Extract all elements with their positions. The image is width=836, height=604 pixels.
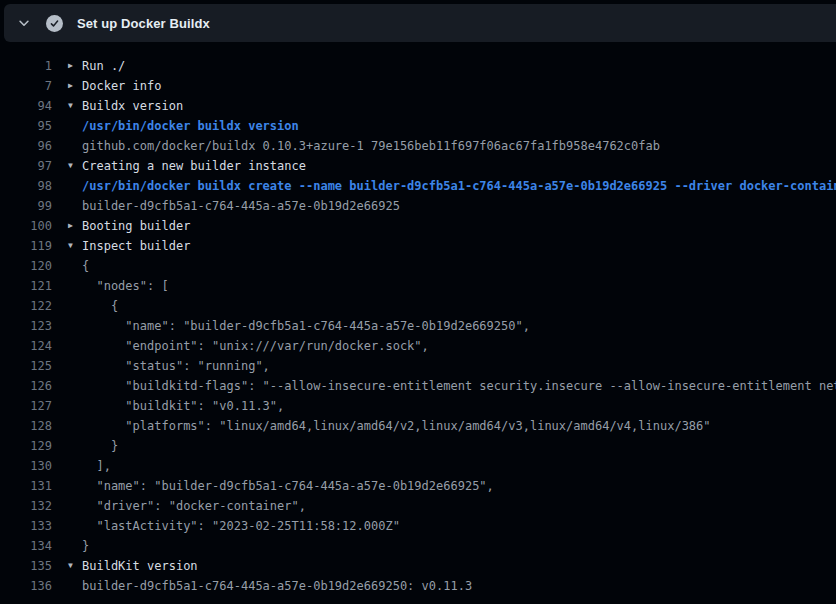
line-number[interactable]: 120 [0,256,52,276]
log-text: builder-d9cfb5a1-c764-445a-a57e-0b19d2e6… [82,576,472,596]
log-line: 121 "nodes": [ [0,276,836,296]
log-text: Buildx version [82,96,183,116]
log-line: 95 /usr/bin/docker buildx version [0,116,836,136]
log-text: "nodes": [ [82,276,169,296]
line-number[interactable]: 123 [0,316,52,336]
line-number[interactable]: 126 [0,376,52,396]
line-number[interactable]: 97 [0,156,52,176]
line-number[interactable]: 94 [0,96,52,116]
log-line[interactable]: 1 ▶ Run ./ [0,56,836,76]
line-number[interactable]: 133 [0,516,52,536]
log-text: BuildKit version [82,556,198,576]
log-line[interactable]: 7 ▶ Docker info [0,76,836,96]
log-line[interactable]: 100 ▶ Booting builder [0,216,836,236]
line-number[interactable]: 99 [0,196,52,216]
log-text: /usr/bin/docker buildx version [82,116,299,136]
line-number[interactable]: 1 [0,56,52,76]
line-number[interactable]: 129 [0,436,52,456]
line-number[interactable]: 7 [0,76,52,96]
log-text: "lastActivity": "2023-02-25T11:58:12.000… [82,516,400,536]
log-text: { [82,256,89,276]
line-number[interactable]: 131 [0,476,52,496]
log-text: Docker info [82,76,161,96]
log-line: 128 "platforms": "linux/amd64,linux/amd6… [0,416,836,436]
step-title: Set up Docker Buildx [77,16,210,31]
log-line: 99 builder-d9cfb5a1-c764-445a-a57e-0b19d… [0,196,836,216]
log-text: "status": "running", [82,356,270,376]
line-number[interactable]: 125 [0,356,52,376]
log-text: builder-d9cfb5a1-c764-445a-a57e-0b19d2e6… [82,196,400,216]
log-text: "buildkit": "v0.11.3", [82,396,284,416]
log-line: 133 "lastActivity": "2023-02-25T11:58:12… [0,516,836,536]
log-text: ], [82,456,111,476]
log-text: Inspect builder [82,236,190,256]
log-line: 125 "status": "running", [0,356,836,376]
log-text: Booting builder [82,216,190,236]
line-number[interactable]: 121 [0,276,52,296]
line-number[interactable]: 98 [0,176,52,196]
log-text: "platforms": "linux/amd64,linux/amd64/v2… [82,416,711,436]
log-text: github.com/docker/buildx 0.10.3+azure-1 … [82,136,660,156]
line-number[interactable]: 135 [0,556,52,576]
line-number[interactable]: 130 [0,456,52,476]
log-line: 129 } [0,436,836,456]
step-header[interactable]: Set up Docker Buildx [4,4,836,42]
line-number[interactable]: 134 [0,536,52,556]
line-number[interactable]: 122 [0,296,52,316]
log-line: 123 "name": "builder-d9cfb5a1-c764-445a-… [0,316,836,336]
log-line: 96 github.com/docker/buildx 0.10.3+azure… [0,136,836,156]
line-number[interactable]: 95 [0,116,52,136]
log-text: /usr/bin/docker buildx create --name bui… [82,176,836,196]
log-line: 132 "driver": "docker-container", [0,496,836,516]
log-text: { [82,296,118,316]
line-number[interactable]: 127 [0,396,52,416]
log-line[interactable]: 135 ▼ BuildKit version [0,556,836,576]
log-line: 122 { [0,296,836,316]
line-number[interactable]: 119 [0,236,52,256]
log-text: "driver": "docker-container", [82,496,306,516]
expand-triangle-icon[interactable]: ▶ [68,56,82,76]
log-line: 120 { [0,256,836,276]
log-line[interactable]: 94 ▼ Buildx version [0,96,836,116]
log-text: Creating a new builder instance [82,156,306,176]
log-line: 134 } [0,536,836,556]
log-text: "name": "builder-d9cfb5a1-c764-445a-a57e… [82,476,494,496]
expand-triangle-icon[interactable]: ▶ [68,216,82,236]
collapse-triangle-icon[interactable]: ▼ [68,556,82,576]
log-output: 1 ▶ Run ./ 7 ▶ Docker info 94 ▼ Buildx v… [0,42,836,596]
log-line: 124 "endpoint": "unix:///var/run/docker.… [0,336,836,356]
log-line[interactable]: 119 ▼ Inspect builder [0,236,836,256]
line-number[interactable]: 124 [0,336,52,356]
log-line: 126 "buildkitd-flags": "--allow-insecure… [0,376,836,396]
line-number[interactable]: 96 [0,136,52,156]
log-text: Run ./ [82,56,125,76]
collapse-triangle-icon[interactable]: ▼ [68,96,82,116]
collapse-triangle-icon[interactable]: ▼ [68,236,82,256]
log-text: } [82,436,118,456]
collapse-triangle-icon[interactable]: ▼ [68,156,82,176]
log-line: 136 builder-d9cfb5a1-c764-445a-a57e-0b19… [0,576,836,596]
log-line: 98 /usr/bin/docker buildx create --name … [0,176,836,196]
line-number[interactable]: 132 [0,496,52,516]
log-text: "buildkitd-flags": "--allow-insecure-ent… [82,376,836,396]
line-number[interactable]: 100 [0,216,52,236]
chevron-down-icon[interactable] [16,15,32,31]
log-text: } [82,536,89,556]
log-text: "name": "builder-d9cfb5a1-c764-445a-a57e… [82,316,530,336]
line-number[interactable]: 128 [0,416,52,436]
expand-triangle-icon[interactable]: ▶ [68,76,82,96]
log-line: 131 "name": "builder-d9cfb5a1-c764-445a-… [0,476,836,496]
log-line[interactable]: 97 ▼ Creating a new builder instance [0,156,836,176]
log-line: 127 "buildkit": "v0.11.3", [0,396,836,416]
line-number[interactable]: 136 [0,576,52,596]
log-text: "endpoint": "unix:///var/run/docker.sock… [82,336,429,356]
log-line: 130 ], [0,456,836,476]
check-circle-icon [46,15,63,32]
